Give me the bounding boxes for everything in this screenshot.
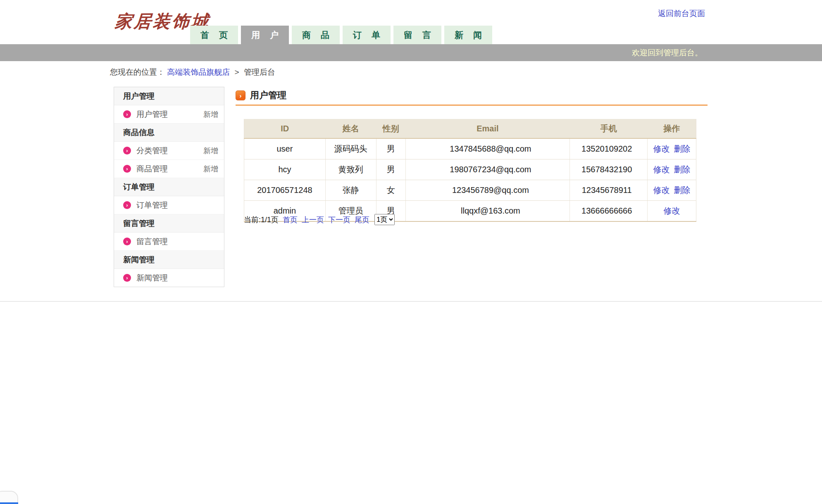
arrow-circle-icon: › — [123, 147, 131, 155]
cell-name: 黄致列 — [325, 159, 376, 180]
pagination-first-link[interactable]: 首页 — [283, 215, 298, 225]
add-product-link[interactable]: 新增 — [203, 164, 218, 174]
sidebar-item-order-manage[interactable]: › 订单管理 — [114, 196, 224, 214]
breadcrumb-separator: > — [235, 68, 239, 76]
delete-link[interactable]: 删除 — [674, 144, 691, 153]
cell-phone: 15678432190 — [570, 159, 648, 180]
cell-name: 源码码头 — [325, 138, 376, 159]
page-select[interactable]: 1页 — [374, 214, 395, 225]
sidebar-item-label[interactable]: 用户管理 — [136, 109, 203, 120]
welcome-bar: 欢迎回到管理后台。 — [0, 44, 822, 61]
cell-email: 1980767234@qq.com — [405, 159, 570, 180]
sidebar-section-messages: 留言管理 — [114, 214, 224, 233]
arrow-circle-icon: › — [123, 201, 131, 209]
sidebar-item-user-manage[interactable]: › 用户管理 新增 — [114, 105, 224, 124]
arrow-circle-icon: › — [123, 238, 131, 245]
sidebar-item-label[interactable]: 订单管理 — [136, 200, 218, 211]
header: 家居装饰城 返回前台页面 首 页 用 户 商 品 订 单 留 言 新 闻 — [0, 0, 822, 44]
sidebar-item-label[interactable]: 新闻管理 — [136, 273, 218, 283]
sidebar-item-category-manage[interactable]: › 分类管理 新增 — [114, 142, 224, 160]
footer-divider — [0, 301, 822, 302]
add-category-link[interactable]: 新增 — [203, 146, 218, 156]
sidebar-item-news-manage[interactable]: › 新闻管理 — [114, 269, 224, 287]
cell-gender: 女 — [376, 180, 405, 201]
col-header-gender: 性别 — [376, 119, 405, 138]
arrow-circle-icon: › — [123, 110, 131, 118]
tab-home[interactable]: 首 页 — [190, 26, 238, 44]
col-header-id: ID — [244, 119, 326, 138]
pagination-current: 当前:1/1页 — [244, 215, 279, 225]
cell-email: llqqxf@163.com — [405, 201, 570, 222]
sidebar-section-products: 商品信息 — [114, 124, 224, 142]
sidebar-item-label[interactable]: 分类管理 — [136, 145, 203, 156]
tab-users[interactable]: 用 户 — [241, 26, 289, 44]
cell-gender: 男 — [376, 159, 405, 180]
breadcrumb-current: 管理后台 — [244, 68, 275, 76]
sidebar-section-users: 用户管理 — [114, 87, 224, 105]
col-header-name: 姓名 — [325, 119, 376, 138]
cell-ops: 修改删除 — [648, 159, 696, 180]
breadcrumb-shop-link[interactable]: 高端装饰品旗舰店 — [167, 68, 230, 76]
sidebar-item-product-manage[interactable]: › 商品管理 新增 — [114, 160, 224, 178]
bottom-blue-strip — [0, 502, 18, 504]
add-user-link[interactable]: 新增 — [203, 109, 218, 119]
users-table: ID 姓名 性别 Email 手机 操作 user 源码码头 男 1347845… — [244, 119, 696, 222]
table-row: user 源码码头 男 1347845688@qq.com 1352010920… — [244, 138, 696, 159]
cell-phone: 12345678911 — [570, 180, 648, 201]
tab-news[interactable]: 新 闻 — [444, 26, 492, 44]
cell-email: 1347845688@qq.com — [405, 138, 570, 159]
cell-ops: 修改删除 — [648, 180, 696, 201]
admin-page: 家居装饰城 返回前台页面 首 页 用 户 商 品 订 单 留 言 新 闻 欢迎回… — [0, 0, 822, 504]
sidebar: 用户管理 › 用户管理 新增 商品信息 › 分类管理 新增 › 商品管理 新增 … — [114, 87, 224, 287]
pagination: 当前:1/1页 首页 上一页 下一页 尾页 1页 — [244, 214, 395, 225]
edit-link[interactable]: 修改 — [664, 206, 680, 215]
edit-link[interactable]: 修改 — [653, 144, 670, 153]
cell-id: user — [244, 138, 326, 159]
welcome-text: 欢迎回到管理后台。 — [632, 48, 703, 58]
title-divider — [236, 105, 708, 106]
cell-gender: 男 — [376, 138, 405, 159]
main-nav: 首 页 用 户 商 品 订 单 留 言 新 闻 — [190, 26, 492, 44]
cell-ops: 修改 — [648, 201, 696, 222]
edit-link[interactable]: 修改 — [653, 165, 670, 174]
cell-id: 201706571248 — [244, 180, 326, 201]
table-row: 201706571248 张静 女 123456789@qq.com 12345… — [244, 180, 696, 201]
tab-messages[interactable]: 留 言 — [393, 26, 441, 44]
pagination-next-link[interactable]: 下一页 — [328, 215, 350, 225]
section-title: › 用户管理 — [236, 89, 286, 102]
cell-name: 张静 — [325, 180, 376, 201]
orange-arrow-icon: › — [236, 90, 245, 100]
col-header-phone: 手机 — [570, 119, 648, 138]
sidebar-item-message-manage[interactable]: › 留言管理 — [114, 233, 224, 251]
edit-link[interactable]: 修改 — [653, 185, 670, 195]
col-header-ops: 操作 — [648, 119, 696, 138]
cell-phone: 13520109202 — [570, 138, 648, 159]
cell-phone: 13666666666 — [570, 201, 648, 222]
sidebar-item-label[interactable]: 商品管理 — [136, 164, 203, 174]
tab-products[interactable]: 商 品 — [292, 26, 340, 44]
delete-link[interactable]: 删除 — [674, 165, 691, 174]
sidebar-section-orders: 订单管理 — [114, 178, 224, 196]
table-header-row: ID 姓名 性别 Email 手机 操作 — [244, 119, 696, 138]
tab-orders[interactable]: 订 单 — [343, 26, 391, 44]
delete-link[interactable]: 删除 — [674, 185, 691, 195]
pagination-last-link[interactable]: 尾页 — [355, 215, 369, 225]
back-to-front-link[interactable]: 返回前台页面 — [658, 8, 705, 19]
sidebar-item-label[interactable]: 留言管理 — [136, 236, 218, 247]
cell-id: hcy — [244, 159, 326, 180]
pagination-prev-link[interactable]: 上一页 — [302, 215, 324, 225]
table-row: hcy 黄致列 男 1980767234@qq.com 15678432190 … — [244, 159, 696, 180]
cell-ops: 修改删除 — [648, 138, 696, 159]
arrow-circle-icon: › — [123, 274, 131, 282]
breadcrumb-prefix: 您现在的位置： — [110, 68, 165, 76]
sidebar-section-news: 新闻管理 — [114, 251, 224, 269]
cell-email: 123456789@qq.com — [405, 180, 570, 201]
breadcrumb: 您现在的位置： 高端装饰品旗舰店 > 管理后台 — [110, 67, 275, 78]
page-title: 用户管理 — [250, 89, 286, 102]
arrow-circle-icon: › — [123, 165, 131, 173]
col-header-email: Email — [405, 119, 570, 138]
